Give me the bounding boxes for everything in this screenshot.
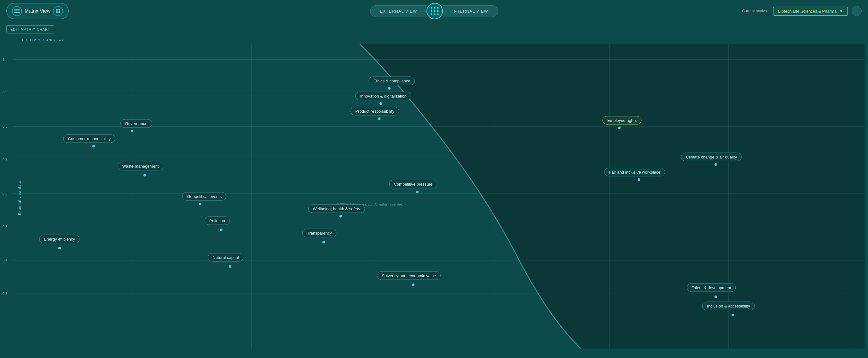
dot-governance [131, 130, 133, 132]
view-toggle-nav: EXTERNAL VIEW INTERNAL VIEW [370, 3, 498, 19]
topic-climate-change[interactable]: Climate change & air quality [681, 153, 742, 161]
header: Matrix View EXTERNAL VIEW [0, 0, 868, 22]
matrix-chart-area: External view data 1 0.9 0.8 0.7 0.6 0.5… [0, 38, 868, 358]
topic-customer-responsibility[interactable]: Customer responsibility [63, 134, 115, 143]
menu-icon [12, 6, 22, 16]
dot-talent-development [714, 296, 717, 298]
dot-energy-efficiency [58, 247, 61, 249]
topic-energy-efficiency[interactable]: Energy efficiency [39, 235, 80, 243]
svg-point-5 [59, 9, 60, 10]
chart-inner: 1 0.9 0.8 0.7 0.6 0.5 0.4 0.3 [12, 44, 865, 349]
topic-competitive-pressure[interactable]: Competitive pressure [389, 180, 437, 189]
svg-rect-1 [14, 11, 20, 12]
topic-fair-inclusive[interactable]: Fair and inclusive workplace [604, 168, 665, 176]
svg-point-18 [431, 13, 432, 15]
dot-transparency [322, 241, 325, 243]
topic-product-responsibility[interactable]: Product responsibility [350, 107, 399, 115]
svg-point-16 [434, 10, 436, 12]
dot-solvency [412, 283, 414, 286]
external-view-button[interactable]: EXTERNAL VIEW [370, 5, 427, 17]
svg-point-3 [56, 9, 57, 10]
topic-solvency[interactable]: Solvency and economic value [377, 271, 441, 280]
matrix-view-button[interactable]: Matrix View [6, 3, 69, 19]
matrix-view-label: Matrix View [25, 8, 51, 14]
dot-wellbeing [339, 215, 342, 218]
tick-1: 1 [2, 57, 4, 61]
topic-innovation[interactable]: Innovation & digitalization [355, 91, 411, 100]
topic-wellbeing[interactable]: Wellbeing, health & safety [308, 204, 365, 213]
tick-07: 0.7 [2, 158, 7, 162]
dot-employee-rights [618, 127, 621, 129]
grid-icon [53, 6, 63, 16]
svg-point-7 [57, 10, 59, 12]
svg-point-6 [56, 10, 57, 12]
svg-point-14 [437, 7, 439, 9]
svg-point-8 [59, 10, 60, 12]
topic-waste-management[interactable]: Waste management [118, 162, 163, 170]
dot-product-responsibility [378, 117, 380, 120]
svg-point-19 [434, 13, 436, 15]
nav-right-controls: Current analysis Biotech Life Sciences &… [742, 6, 862, 16]
dot-inclusion-accessibility [732, 314, 734, 316]
svg-point-11 [59, 12, 60, 13]
topic-governance[interactable]: Governance [120, 119, 152, 128]
svg-point-17 [437, 10, 439, 12]
tick-05: 0.5 [2, 225, 7, 228]
high-importance-label: HIGH IMPORTANCE ---> [22, 38, 64, 42]
dot-climate-change [714, 163, 717, 166]
tick-03: 0.3 [2, 292, 7, 296]
current-analysis-label: Current analysis [742, 9, 770, 13]
tick-04: 0.4 [2, 258, 7, 262]
more-options-button[interactable]: ··· [851, 6, 862, 16]
topic-inclusion-accessibility[interactable]: Inclusion & accessibility [702, 302, 755, 310]
topic-ethics-compliance[interactable]: Ethics & compliance [369, 76, 415, 85]
tick-06: 0.6 [2, 191, 7, 195]
topic-employee-rights[interactable]: Employee rights [602, 116, 641, 125]
chevron-down-icon: ▼ [839, 9, 843, 13]
topic-talent-development[interactable]: Talent & development [687, 283, 736, 292]
dot-geopolitical-events [199, 203, 202, 205]
svg-point-10 [57, 12, 59, 13]
dot-fair-inclusive [638, 178, 640, 181]
topic-natural-capital[interactable]: Natural capital [208, 253, 243, 261]
internal-view-button[interactable]: INTERNAL VIEW [443, 5, 498, 17]
svg-rect-0 [14, 9, 20, 10]
analysis-dropdown[interactable]: Biotech Life Sciences & Pharma ▼ [773, 7, 848, 16]
topic-pollution[interactable]: Pollution [205, 217, 230, 225]
dot-ethics-compliance [388, 87, 391, 90]
tick-09: 0.9 [2, 91, 7, 95]
center-nav-icon[interactable] [427, 3, 443, 19]
dot-waste-management [144, 174, 146, 176]
topic-geopolitical-events[interactable]: Geopolitical events [182, 192, 226, 201]
dot-natural-capital [229, 265, 231, 268]
dot-pollution [220, 228, 222, 231]
svg-point-9 [56, 12, 57, 13]
dot-customer-responsibility [92, 145, 95, 147]
svg-point-12 [431, 7, 432, 9]
svg-rect-2 [14, 12, 20, 13]
svg-point-15 [431, 10, 432, 12]
svg-point-13 [434, 7, 436, 9]
dot-innovation [379, 102, 382, 105]
svg-point-4 [57, 9, 59, 10]
svg-point-20 [437, 13, 439, 15]
edit-matrix-button[interactable]: EDIT MATRIX CHART [6, 25, 54, 33]
dot-competitive-pressure [416, 191, 418, 193]
tick-08: 0.8 [2, 125, 7, 128]
topic-transparency[interactable]: Transparency [302, 228, 337, 237]
